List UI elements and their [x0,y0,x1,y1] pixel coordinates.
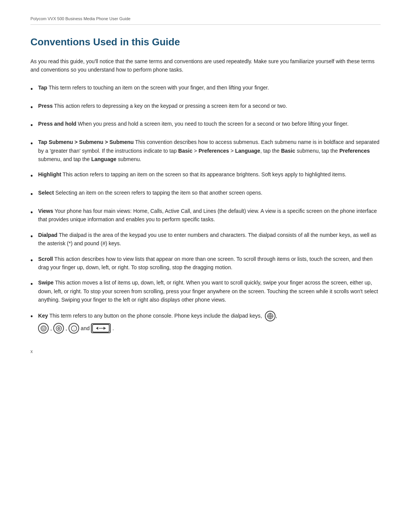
scroll-item: Scroll This action describes how to view… [38,255,381,272]
press-item: Press This action refers to depressing a… [38,102,381,110]
press-hold-item: Press and hold When you press and hold a… [38,120,381,128]
comma-2: , [50,324,52,332]
tap-term: Tap [38,85,47,91]
svg-text:+: + [43,328,44,330]
press-definition: This action refers to depressing a key o… [53,103,287,109]
swipe-term: Swipe [38,280,53,286]
views-definition: Your phone has four main views: Home, Ca… [38,208,377,222]
bullet-dot: • [30,279,33,290]
home-key-icon [265,311,276,321]
bullet-dot: • [30,207,33,218]
dialpad-item: Dialpad The dialpad is the area of the k… [38,231,381,248]
list-item: • Tap This term refers to touching an it… [30,83,381,95]
list-item: • Tap Submenu > Submenu > Submenu This c… [30,138,381,163]
svg-text:↑: ↑ [73,327,75,331]
mute-key-icon [53,323,64,334]
scroll-definition: This action describes how to view lists … [38,256,373,270]
conventions-list: • Tap This term refers to touching an it… [30,83,381,334]
svg-marker-14 [96,327,98,330]
bullet-dot: • [30,171,33,182]
key-term: Key [38,313,48,319]
bullet-dot: • [30,102,33,113]
dialpad-term: Dialpad [38,232,57,238]
dialpad-definition: The dialpad is the area of the keypad yo… [38,232,376,246]
press-term: Press [38,103,53,109]
list-item: • Press This action refers to depressing… [30,102,381,113]
bullet-dot: • [30,255,33,266]
key-icons-row: + , , [38,323,381,334]
list-item: • Swipe This action moves a list of item… [30,278,381,304]
list-item: • Key This term refers to any button on … [30,311,381,334]
list-item: • Views Your phone has four main views: … [30,207,381,224]
swipe-item: Swipe This action moves a list of items … [38,278,381,304]
bullet-dot: • [30,189,33,200]
highlight-definition: This action refers to tapping an item on… [61,171,346,177]
select-term: Select [38,190,54,196]
highlight-item: Highlight This action refers to tapping … [38,170,381,179]
comma-3: , [65,324,67,332]
page-title: Conventions Used in this Guide [30,36,381,50]
scroll-term: Scroll [38,256,53,262]
svg-marker-16 [104,327,106,330]
views-item: Views Your phone has four main views: Ho… [38,207,381,224]
bullet-dot: • [30,311,33,322]
page-header: Polycom VVX 500 Business Media Phone Use… [30,15,381,25]
select-item: Select Selecting an item on the screen r… [38,189,381,197]
list-item: • Press and hold When you press and hold… [30,120,381,131]
views-term: Views [38,208,53,214]
bullet-dot: • [30,138,33,149]
submenu-item: Tap Submenu > Submenu > Submenu This con… [38,138,381,163]
bullet-dot: • [30,120,33,131]
key-item: Key This term refers to any button on th… [38,311,381,334]
list-item: • Highlight This action refers to tappin… [30,170,381,182]
list-item: • Select Selecting an item on the screen… [30,189,381,200]
highlight-term: Highlight [38,171,61,177]
transfer-key-icon: ↑ [68,323,79,334]
press-hold-definition: When you press and hold a screen item, y… [76,121,349,127]
header-text: Polycom VVX 500 Business Media Phone Use… [30,16,131,21]
bullet-dot: • [30,231,33,242]
period: . [112,324,114,332]
intro-paragraph: As you read this guide, you'll notice th… [30,57,381,74]
page-container: Polycom VVX 500 Business Media Phone Use… [0,0,411,532]
comma-1: , [276,313,277,319]
rect-key-icon [91,323,111,333]
and-text: and [81,324,89,332]
press-hold-term: Press and hold [38,121,76,127]
volume-key-icon: + [38,323,49,334]
list-item: • Dialpad The dialpad is the area of the… [30,231,381,248]
page-number: x [30,349,33,354]
swipe-definition: This action moves a list of items up, do… [38,280,378,303]
list-item: • Scroll This action describes how to vi… [30,255,381,272]
key-definition-part1: This term refers to any button on the ph… [48,313,263,319]
select-definition: Selecting an item on the screen refers t… [54,190,263,196]
page-footer: x [30,349,381,354]
tap-item: Tap This term refers to touching an item… [38,83,381,92]
submenu-term: Tap Submenu > Submenu > Submenu [38,139,134,145]
tap-definition: This term refers to touching an item on … [47,85,269,91]
bullet-dot: • [30,84,33,95]
